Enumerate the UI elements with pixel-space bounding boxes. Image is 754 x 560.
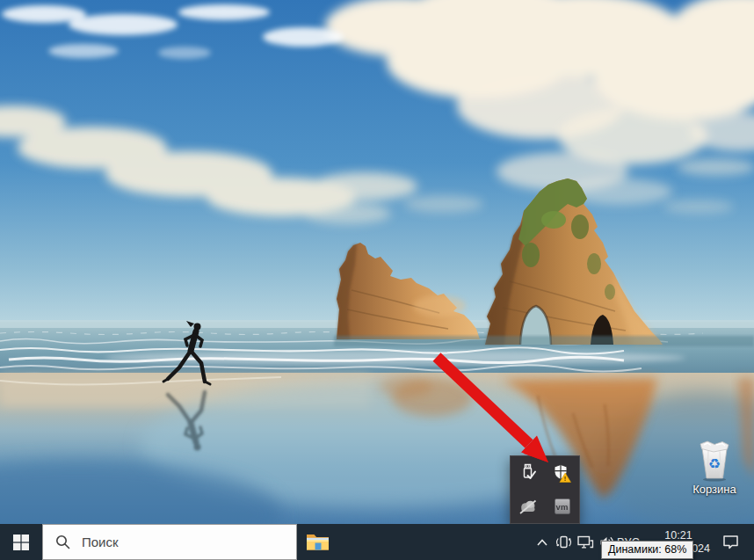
windows-logo-icon: [13, 535, 29, 550]
tray-chevron-button[interactable]: [533, 524, 552, 560]
chevron-up-icon: [536, 538, 548, 547]
action-center-icon: [722, 535, 739, 549]
taskbar-search: [42, 524, 297, 560]
action-center-button[interactable]: [715, 524, 745, 560]
volume-tooltip: Динамики: 68%: [601, 541, 693, 559]
vm-badge-label: vm: [555, 498, 570, 514]
defender-shield-warning-icon[interactable]: !: [547, 458, 577, 488]
network-icon: [577, 535, 594, 549]
search-input[interactable]: [80, 534, 296, 550]
display-sync-tray-button[interactable]: [554, 524, 573, 560]
recycle-bin[interactable]: ♻ Корзина: [684, 440, 745, 496]
display-sync-icon: [555, 535, 572, 550]
start-button[interactable]: [0, 524, 42, 560]
network-tray-button[interactable]: [576, 524, 595, 560]
vmware-tools-icon[interactable]: vm: [547, 491, 577, 521]
search-icon: [55, 535, 70, 549]
recycle-bin-icon: ♻: [695, 440, 734, 482]
svg-text:!: !: [564, 475, 567, 483]
tray-overflow-popup: ! vm: [510, 455, 580, 524]
file-explorer-button[interactable]: [297, 524, 337, 560]
recycle-bin-label: Корзина: [684, 483, 745, 496]
svg-text:♻: ♻: [708, 455, 721, 472]
file-explorer-icon: [306, 532, 330, 552]
safely-remove-hardware-icon[interactable]: [513, 458, 543, 488]
onedrive-offline-icon[interactable]: [513, 491, 543, 521]
windows-desktop: ♻ Корзина !: [0, 0, 754, 560]
wallpaper: [0, 0, 754, 524]
